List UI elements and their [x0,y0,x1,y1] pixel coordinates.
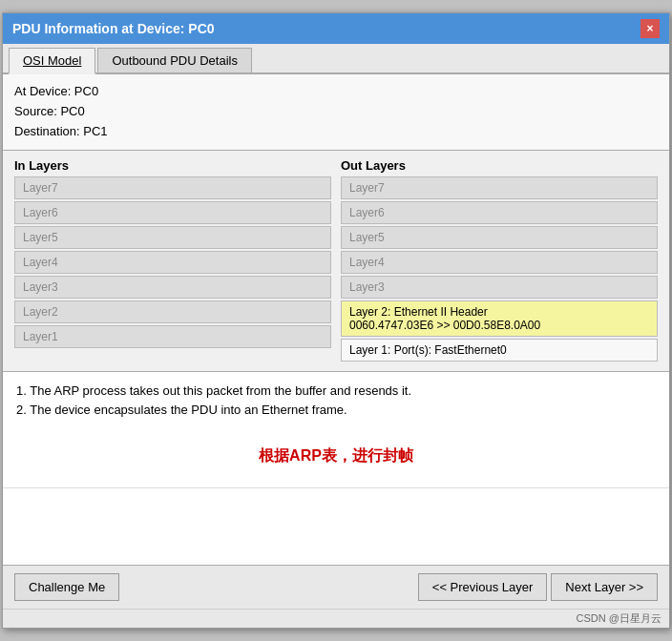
in-layer2[interactable]: Layer2 [14,300,331,323]
out-layer3[interactable]: Layer3 [341,276,658,299]
layers-section: In Layers Layer7 Layer6 Layer5 Layer4 La… [3,151,669,372]
window-title: PDU Information at Device: PC0 [12,21,215,36]
close-button[interactable]: × [640,19,660,38]
next-layer-button[interactable]: Next Layer >> [551,573,658,601]
chinese-annotation: 根据ARP表，进行封帧 [16,434,656,478]
title-bar: PDU Information at Device: PC0 × [3,13,669,44]
main-window: PDU Information at Device: PC0 × OSI Mod… [2,12,670,629]
in-layers-column: In Layers Layer7 Layer6 Layer5 Layer4 La… [14,158,331,363]
out-layers-header: Out Layers [341,158,658,173]
tab-osi-model[interactable]: OSI Model [9,48,95,74]
out-layer2[interactable]: Layer 2: Ethernet II Header 0060.4747.03… [341,300,658,337]
destination-label: Destination: PC1 [14,122,658,142]
out-layer6[interactable]: Layer6 [341,201,658,224]
spacer [3,488,669,565]
watermark: CSDN @日星月云 [3,609,669,628]
in-layer1[interactable]: Layer1 [14,325,331,348]
at-device-label: At Device: PC0 [14,82,658,102]
info-bar: At Device: PC0 Source: PC0 Destination: … [3,74,669,150]
description-line2: 2. The device encapsulates the PDU into … [16,401,656,421]
in-layer5[interactable]: Layer5 [14,226,331,249]
tab-bar: OSI Model Outbound PDU Details [3,44,669,74]
in-layer4[interactable]: Layer4 [14,251,331,274]
footer: Challenge Me << Previous Layer Next Laye… [3,565,669,609]
prev-layer-button[interactable]: << Previous Layer [418,573,548,601]
in-layers-header: In Layers [14,158,331,173]
out-layer1[interactable]: Layer 1: Port(s): FastEthernet0 [341,339,658,362]
out-layers-column: Out Layers Layer7 Layer6 Layer5 Layer4 L… [341,158,658,363]
out-layer4[interactable]: Layer4 [341,251,658,274]
in-layer6[interactable]: Layer6 [14,201,331,224]
challenge-me-button[interactable]: Challenge Me [14,573,119,601]
layer-nav-buttons: << Previous Layer Next Layer >> [418,573,658,601]
description-line1: 1. The ARP process takes out this packet… [16,382,656,402]
description-area: 1. The ARP process takes out this packet… [3,372,669,488]
out-layer7[interactable]: Layer7 [341,176,658,199]
source-label: Source: PC0 [14,102,658,122]
in-layer7[interactable]: Layer7 [14,176,331,199]
in-layer3[interactable]: Layer3 [14,276,331,299]
tab-outbound-pdu[interactable]: Outbound PDU Details [97,48,252,72]
out-layer5[interactable]: Layer5 [341,226,658,249]
